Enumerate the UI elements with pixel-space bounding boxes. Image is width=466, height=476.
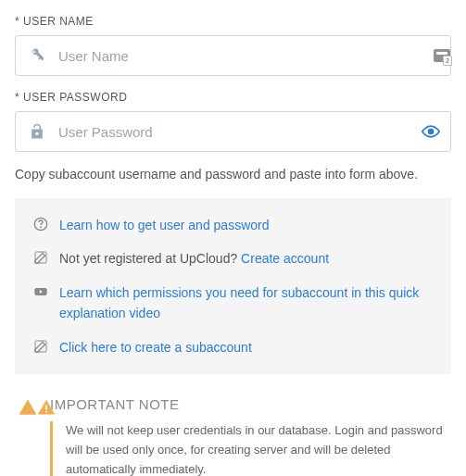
edit-icon bbox=[33, 339, 48, 354]
info-item-learn-user-pass: Learn how to get user and password bbox=[33, 215, 433, 235]
eye-icon[interactable] bbox=[422, 122, 440, 141]
username-input[interactable] bbox=[15, 35, 451, 76]
username-input-wrapper bbox=[15, 35, 451, 76]
learn-user-pass-link[interactable]: Learn how to get user and password bbox=[59, 218, 269, 232]
help-text: Copy subaccount username and password an… bbox=[15, 167, 451, 182]
info-box: Learn how to get user and password Not y… bbox=[15, 198, 451, 374]
info-item-create-subaccount: Click here to create a subaccount bbox=[33, 337, 433, 357]
warning-icon bbox=[19, 398, 37, 417]
svg-rect-6 bbox=[45, 405, 47, 409]
permissions-video-link[interactable]: Learn which permissions you need for sub… bbox=[59, 285, 419, 320]
video-icon bbox=[33, 284, 48, 299]
svg-rect-3 bbox=[35, 252, 46, 263]
extension-badge-icon bbox=[434, 49, 450, 62]
info-item-create-account: Not yet registered at UpCloud? Create ac… bbox=[33, 248, 433, 269]
username-label: * USER NAME bbox=[15, 15, 451, 28]
svg-point-2 bbox=[41, 227, 42, 228]
question-circle-icon bbox=[33, 217, 48, 232]
svg-rect-5 bbox=[35, 341, 46, 352]
info-item-permissions-video: Learn which permissions you need for sub… bbox=[33, 282, 433, 324]
edit-icon bbox=[33, 250, 48, 265]
note-body: We will not keep user credentials in our… bbox=[50, 421, 447, 476]
password-input-wrapper bbox=[15, 111, 451, 152]
password-input[interactable] bbox=[15, 111, 451, 152]
svg-rect-7 bbox=[45, 411, 47, 413]
create-account-link[interactable]: Create account bbox=[241, 251, 329, 266]
not-registered-text: Not yet registered at UpCloud? bbox=[59, 251, 241, 266]
password-label: * USER PASSWORD bbox=[15, 91, 451, 104]
create-subaccount-link[interactable]: Click here to create a subaccount bbox=[59, 340, 252, 355]
note-title: IMPORTANT NOTE bbox=[50, 396, 447, 412]
svg-point-0 bbox=[429, 130, 434, 134]
important-note: IMPORTANT NOTE We will not keep user cre… bbox=[15, 396, 451, 476]
